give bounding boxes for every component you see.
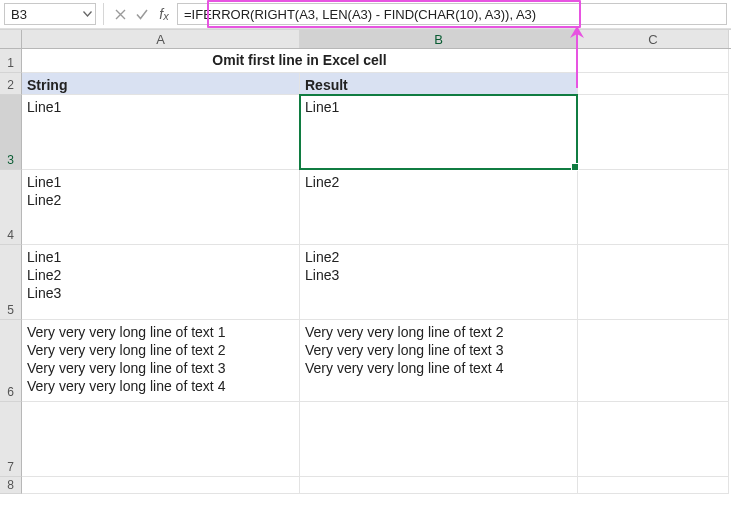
chevron-down-icon[interactable]: [79, 4, 95, 24]
separator: [103, 3, 104, 25]
name-box[interactable]: B3: [4, 3, 96, 25]
cell-a3[interactable]: Line1: [22, 95, 300, 170]
cell-c4[interactable]: [578, 170, 729, 245]
worksheet-grid: 1 Omit first line in Excel cell 2 String…: [0, 49, 731, 494]
column-header-c[interactable]: C: [578, 30, 729, 48]
cell-a1[interactable]: Omit first line in Excel cell: [22, 49, 578, 73]
formula-bar-row: B3 fx =IFERROR(RIGHT(A3, LEN(A3) - FIND(…: [0, 0, 731, 28]
cell-c8[interactable]: [578, 477, 729, 494]
insert-function-icon[interactable]: fx: [155, 3, 173, 25]
cell-c3[interactable]: [578, 95, 729, 170]
cell-c2[interactable]: [578, 73, 729, 95]
cell-a5[interactable]: Line1 Line2 Line3: [22, 245, 300, 320]
row-header[interactable]: 5: [0, 245, 22, 320]
formula-bar-value: =IFERROR(RIGHT(A3, LEN(A3) - FIND(CHAR(1…: [184, 7, 536, 22]
column-header-a[interactable]: A: [22, 30, 300, 48]
cell-b3[interactable]: Line1: [300, 95, 578, 170]
cell-c1[interactable]: [578, 49, 729, 73]
enter-icon[interactable]: [133, 3, 151, 25]
select-all-corner[interactable]: [0, 30, 22, 48]
column-header-b[interactable]: B: [300, 30, 578, 48]
cell-a4[interactable]: Line1 Line2: [22, 170, 300, 245]
row-header[interactable]: 1: [0, 49, 22, 73]
cell-b2[interactable]: Result: [300, 73, 578, 95]
cell-a8[interactable]: [22, 477, 300, 494]
cell-c6[interactable]: [578, 320, 729, 402]
name-box-value: B3: [5, 7, 79, 22]
cell-a7[interactable]: [22, 402, 300, 477]
cell-c5[interactable]: [578, 245, 729, 320]
cell-b7[interactable]: [300, 402, 578, 477]
cell-b6[interactable]: Very very very long line of text 2 Very …: [300, 320, 578, 402]
cancel-icon[interactable]: [111, 3, 129, 25]
row-header[interactable]: 7: [0, 402, 22, 477]
cell-a6[interactable]: Very very very long line of text 1 Very …: [22, 320, 300, 402]
cell-c7[interactable]: [578, 402, 729, 477]
cell-a2[interactable]: String: [22, 73, 300, 95]
cell-b8[interactable]: [300, 477, 578, 494]
cell-b5[interactable]: Line2 Line3: [300, 245, 578, 320]
row-header[interactable]: 4: [0, 170, 22, 245]
cell-b4[interactable]: Line2: [300, 170, 578, 245]
formula-bar[interactable]: =IFERROR(RIGHT(A3, LEN(A3) - FIND(CHAR(1…: [177, 3, 727, 25]
row-header[interactable]: 3: [0, 95, 22, 170]
row-header[interactable]: 2: [0, 73, 22, 95]
column-headers: A B C: [0, 29, 731, 49]
row-header[interactable]: 8: [0, 477, 22, 494]
row-header[interactable]: 6: [0, 320, 22, 402]
